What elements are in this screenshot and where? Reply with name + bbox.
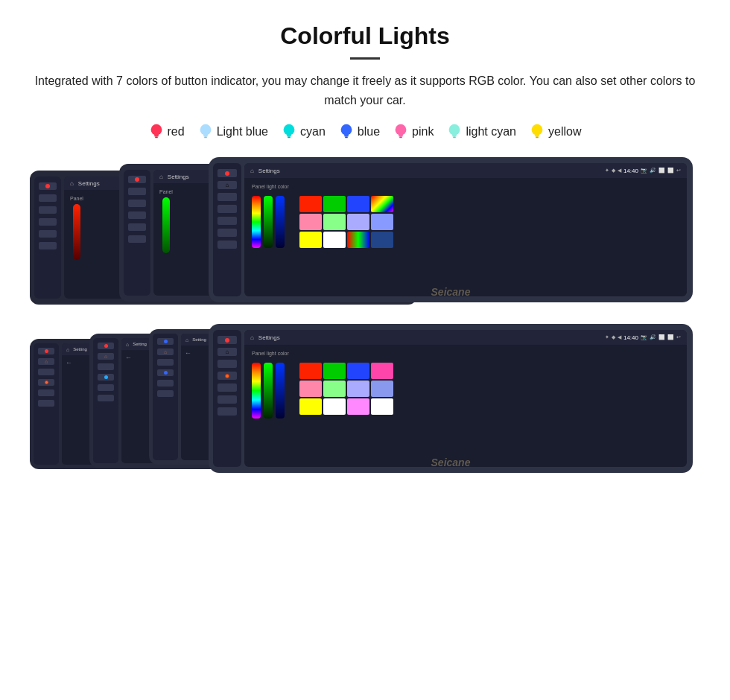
svg-point-12 <box>396 124 407 136</box>
title-divider <box>350 57 380 60</box>
color-item-lightblue: Light blue <box>198 123 268 141</box>
svg-rect-11 <box>345 137 348 139</box>
svg-rect-10 <box>344 135 349 137</box>
svg-rect-20 <box>536 137 539 139</box>
svg-point-6 <box>284 124 295 136</box>
bulb-icon-lightblue <box>198 123 213 141</box>
color-item-pink: pink <box>393 123 434 141</box>
svg-point-15 <box>449 124 460 136</box>
page-title: Colorful Lights <box>30 22 700 50</box>
svg-rect-17 <box>454 137 457 139</box>
color-label-yellow: yellow <box>548 125 581 139</box>
bulb-icon-blue <box>339 123 354 141</box>
color-indicators: red Light blue cyan blue <box>30 123 700 141</box>
watermark-bottom: Seicane <box>431 456 471 468</box>
bulb-icon-pink <box>393 123 408 141</box>
svg-rect-7 <box>287 135 291 137</box>
page-container: Colorful Lights Integrated with 7 colors… <box>0 0 730 499</box>
watermark-top: Seicane <box>431 286 471 298</box>
page-description: Integrated with 7 colors of button indic… <box>30 71 700 109</box>
color-item-red: red <box>149 123 185 141</box>
svg-rect-8 <box>288 137 291 139</box>
svg-rect-13 <box>399 135 403 137</box>
color-item-yellow: yellow <box>530 123 581 141</box>
color-label-cyan: cyan <box>300 125 326 139</box>
color-item-lightcyan: light cyan <box>447 123 516 141</box>
svg-rect-2 <box>155 137 158 139</box>
bulb-icon-cyan <box>282 123 296 141</box>
bottom-device-4: ⌂ ⌂ Settings ✦◆◀14:40 📷🔊⬜⬜↩ <box>209 324 693 473</box>
color-label-pink: pink <box>412 125 434 139</box>
bulb-icon-lightcyan <box>447 123 462 141</box>
color-label-blue: blue <box>358 125 380 139</box>
color-label-lightcyan: light cyan <box>466 125 516 139</box>
svg-rect-16 <box>453 135 457 137</box>
svg-rect-5 <box>204 137 207 139</box>
svg-point-3 <box>200 124 211 136</box>
svg-point-18 <box>532 124 543 136</box>
bulb-icon-red <box>149 123 164 141</box>
color-label-red: red <box>168 125 185 139</box>
bulb-icon-yellow <box>530 123 545 141</box>
svg-point-0 <box>150 124 162 136</box>
device-card-3: ⌂ ⌂ Settings ✦◆◀14:40 📷🔊⬜⬜↩ <box>209 157 693 302</box>
svg-rect-14 <box>399 137 402 139</box>
color-item-blue: blue <box>339 123 380 141</box>
svg-rect-4 <box>203 135 208 137</box>
svg-point-9 <box>340 124 352 136</box>
devices-section: ⌂Settings ⬇ Panel <box>30 157 700 484</box>
svg-rect-19 <box>535 135 539 137</box>
top-device-group: ⌂Settings ⬇ Panel <box>30 157 700 314</box>
bottom-device-group: ⌂ ⌂Setting ← <box>30 324 700 484</box>
color-item-cyan: cyan <box>282 123 326 141</box>
color-label-lightblue: Light blue <box>217 125 268 139</box>
svg-rect-1 <box>154 135 159 137</box>
